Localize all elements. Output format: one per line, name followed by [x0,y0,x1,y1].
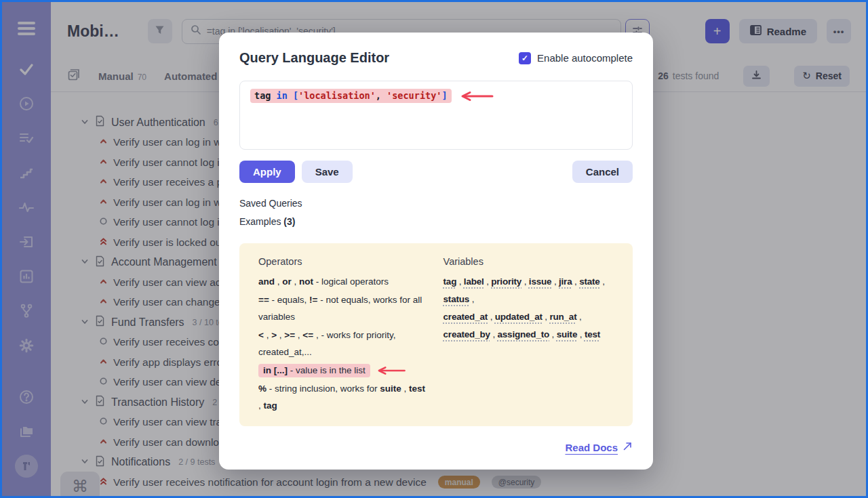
variables-column: Variables tag , label , priority , issue… [443,256,614,415]
cancel-button[interactable]: Cancel [572,161,633,183]
query-language-editor-modal: Query Language Editor ✓ Enable autocompl… [219,33,653,470]
examples-section[interactable]: Examples (3) [239,216,633,227]
query-code: tag in ['localisation', 'security'] [250,89,452,103]
autocomplete-label: Enable autocomplete [537,52,633,64]
modal-title: Query Language Editor [239,50,389,66]
save-button[interactable]: Save [302,161,353,183]
read-docs-link[interactable]: Read Docs [565,441,633,453]
operator-entry: < , > , >= , <= , - works for priority, … [258,327,426,360]
annotation-arrow-icon [374,365,407,376]
saved-queries-section[interactable]: Saved Queries [239,198,633,209]
variables-line: created_by , assigned_to , suite , test [443,326,614,343]
annotation-arrow-icon [457,91,495,102]
query-editor[interactable]: tag in ['localisation', 'security'] [239,81,633,150]
external-link-icon [623,441,633,453]
app-window: Mobi… + Readme ••• M [0,0,868,498]
apply-button[interactable]: Apply [239,161,295,183]
operators-title: Operators [258,256,426,267]
variables-title: Variables [443,256,614,267]
variables-line: created_at , updated_at , run_at , [443,308,614,325]
operator-entry: in [...] - value is in the list [258,362,426,379]
autocomplete-checkbox[interactable]: ✓ [519,52,531,64]
enable-autocomplete-toggle[interactable]: ✓ Enable autocomplete [519,52,633,64]
operator-entry: % - string inclusion, works for suite , … [258,380,426,414]
operators-column: Operators and , or , not - logical opera… [258,256,426,415]
variables-line: status , [443,291,614,308]
operator-entry: and , or , not - logical operators [258,273,426,290]
query-help-panel: Operators and , or , not - logical opera… [239,243,633,426]
variables-line: tag , label , priority , issue , jira , … [443,273,614,290]
operator-entry: == - equals, != - not equals, works for … [258,291,426,325]
